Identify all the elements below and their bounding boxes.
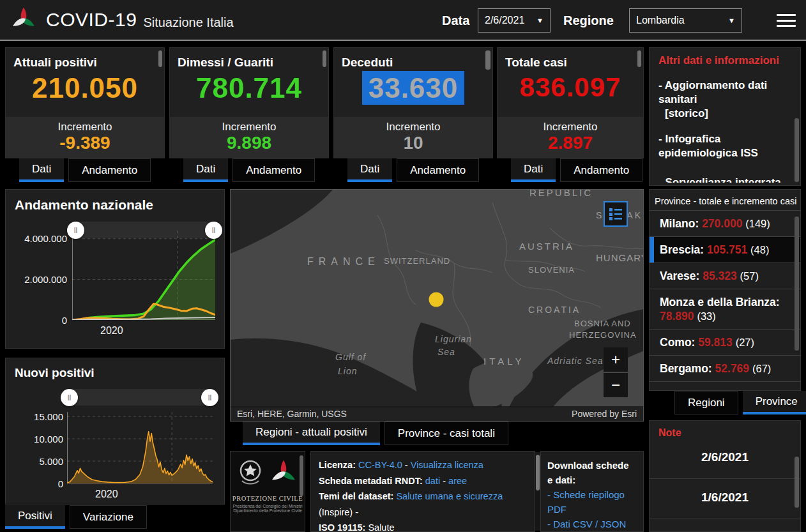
- increment-value: 9.898: [170, 133, 328, 153]
- card-scrollbar[interactable]: [637, 50, 641, 67]
- card-tabbar: Dati Andamento: [347, 158, 479, 182]
- map-tabbar: Regioni - attuali positivi Province - ca…: [243, 422, 508, 445]
- link-aggiornamento-dati-sanitari[interactable]: - Aggiornamento dati sanitari [storico]: [658, 79, 791, 121]
- x-tick: 2020: [100, 325, 123, 337]
- province-row-bergamo[interactable]: Bergamo: 52.769 (67): [650, 355, 800, 381]
- tab-province-casi-totali[interactable]: Province - casi totali: [384, 422, 508, 445]
- nuovi-positivi-panel: Nuovi positivi 15.000 10.000 5.000 0 202…: [5, 358, 225, 505]
- tab-andamento[interactable]: Andamento: [68, 158, 151, 182]
- province-row-brescia[interactable]: Brescia: 105.751 (48): [650, 236, 800, 262]
- link-clipped[interactable]: - Sorveglianza integrata nazionale: [658, 176, 791, 183]
- link-dati[interactable]: dati: [425, 476, 440, 486]
- note-panel: Note 2/6/2021 1/6/2021 31/5/2021: [649, 420, 801, 532]
- province-row-pavia[interactable]: Pavia: 43.677 (26): [650, 381, 800, 391]
- province-row-milano[interactable]: Milano: 270.000 (149): [650, 210, 800, 236]
- map-label: ITALY: [483, 356, 524, 367]
- slider-handle-left[interactable]: ‖: [61, 389, 78, 406]
- card-value: 780.714: [170, 72, 328, 104]
- map-label: Gulf of: [335, 352, 366, 362]
- map-label: HUNGARY: [596, 252, 644, 263]
- note-heading: Note: [650, 421, 800, 439]
- zoom-in-button[interactable]: +: [604, 347, 628, 372]
- note-entry[interactable]: 2/6/2021: [650, 439, 800, 479]
- tab-andamento[interactable]: Andamento: [397, 158, 479, 182]
- province-row-varese[interactable]: Varese: 85.323 (57): [650, 262, 800, 289]
- tab-andamento[interactable]: Andamento: [560, 158, 643, 182]
- note-entry-clipped[interactable]: 31/5/2021: [650, 519, 800, 532]
- footer-scroll-thumb[interactable]: [536, 455, 540, 490]
- chevron-down-icon: ▼: [536, 17, 544, 24]
- tab-dati[interactable]: Dati: [183, 158, 228, 182]
- card-tabbar: Dati Andamento: [511, 158, 643, 182]
- link-infografica-iss[interactable]: - Infografica epidemiologica ISS: [658, 132, 791, 160]
- tab-regioni[interactable]: Regioni: [674, 391, 738, 414]
- panel-scrollbar[interactable]: [795, 457, 799, 508]
- y-tick: 15.000: [8, 411, 63, 422]
- tab-regioni-attuali-positivi[interactable]: Regioni - attuali positivi: [243, 422, 380, 445]
- tab-variazione[interactable]: Variazione: [70, 505, 147, 529]
- map-label: FRANCE: [307, 256, 380, 268]
- province-row-como[interactable]: Como: 59.813 (27): [650, 329, 800, 355]
- card-scrollbar[interactable]: [158, 50, 162, 67]
- card-title: Dimessi / Guariti: [170, 48, 328, 70]
- license-line-2: Scheda metadati RNDT: dati - aree: [319, 473, 527, 489]
- panel-scrollbar[interactable]: [795, 118, 799, 182]
- regione-label: Regione: [563, 13, 614, 28]
- region-select[interactable]: Lombardia ▼: [629, 8, 742, 33]
- tab-andamento[interactable]: Andamento: [232, 158, 315, 182]
- link-salute-umana[interactable]: Salute umana e sicurezza: [396, 491, 503, 501]
- map-marker-lombardia: [429, 293, 444, 307]
- date-select[interactable]: 2/6/2021 ▼: [478, 8, 551, 33]
- zoom-out-button[interactable]: −: [604, 373, 628, 397]
- card-dimessi-guariti: Dimessi / Guariti 780.714 Incremento 9.8…: [169, 47, 329, 158]
- map[interactable]: REPUBLIC SLOVAKIA FRANCE SWITZERLAND AUS…: [230, 189, 644, 422]
- card-scrollbar[interactable]: [323, 50, 326, 67]
- chevron-down-icon: ▼: [728, 17, 735, 24]
- panel-scrollbar[interactable]: [300, 455, 303, 496]
- tab-dati[interactable]: Dati: [511, 158, 556, 182]
- tab-dati[interactable]: Dati: [347, 158, 392, 182]
- link-dati-csv-json[interactable]: - Dati CSV / JSON: [547, 517, 637, 531]
- nuovi-chart-plot[interactable]: [67, 412, 213, 483]
- map-label: CROATIA: [528, 305, 581, 315]
- map-label: SLOVENIA: [528, 265, 575, 275]
- region-select-value: Lombardia: [636, 15, 685, 26]
- province-row-monza[interactable]: Monza e della Brianza: 78.890 (33): [650, 289, 800, 329]
- slider-handle-right[interactable]: ‖: [205, 222, 222, 239]
- chart-title: Andamento nazionale: [6, 190, 224, 213]
- link-cc-by[interactable]: CC-BY-4.0: [358, 460, 402, 470]
- slider-handle-right[interactable]: ‖: [201, 389, 218, 406]
- card-deceduti: Deceduti 33.630 Incremento 10: [333, 47, 493, 158]
- y-tick: 0: [8, 478, 63, 489]
- tab-positivi[interactable]: Positivi: [5, 505, 65, 529]
- andamento-chart-plot[interactable]: [72, 231, 215, 320]
- legend-button[interactable]: [604, 201, 628, 227]
- card-scrollbar[interactable]: [485, 50, 490, 70]
- link-schede-riepilogo-pdf[interactable]: - Schede riepilogo PDF: [547, 487, 637, 517]
- footer-logo-sub1: Presidenza del Consiglio dei Ministri: [231, 504, 305, 508]
- y-tick: 10.000: [8, 434, 63, 445]
- tab-dati[interactable]: Dati: [19, 158, 64, 182]
- panel-scrollbar[interactable]: [795, 217, 799, 351]
- link-aree[interactable]: aree: [448, 476, 467, 486]
- card-value-selected: 33.630: [334, 72, 492, 104]
- license-line-3: Temi del dataset: Salute umana e sicurez…: [319, 489, 527, 520]
- increment-value: 10: [334, 133, 492, 153]
- powered-by-esri: Powered by Esri: [572, 409, 637, 419]
- tab-province[interactable]: Province: [743, 391, 806, 414]
- license-line-1: Licenza: CC-BY-4.0 - Visualizza licenza: [319, 457, 527, 473]
- license-panel: Licenza: CC-BY-4.0 - Visualizza licenza …: [310, 451, 535, 532]
- time-slider-track[interactable]: [70, 389, 211, 406]
- footer-scroll-track[interactable]: [535, 452, 540, 531]
- increment-strip: Incremento 10: [334, 117, 492, 158]
- hamburger-menu-icon[interactable]: [777, 14, 796, 27]
- slider-handle-left[interactable]: ‖: [67, 222, 84, 239]
- map-attribution: Esri, HERE, Garmin, USGS Powered by Esri: [231, 406, 643, 421]
- increment-strip: Incremento 2.897: [498, 117, 643, 158]
- app-subtitle: Situazione Italia: [143, 10, 233, 30]
- y-tick: 2.000.000: [12, 274, 67, 285]
- link-visualizza-licenza[interactable]: Visualizza licenza: [411, 460, 483, 470]
- note-entry[interactable]: 1/6/2021: [650, 479, 800, 519]
- andamento-nazionale-panel: Andamento nazionale 4.000.000 2.000.000 …: [5, 189, 225, 349]
- footer-logo-panel: PROTEZIONE CIVILE Presidenza del Consigl…: [230, 451, 305, 532]
